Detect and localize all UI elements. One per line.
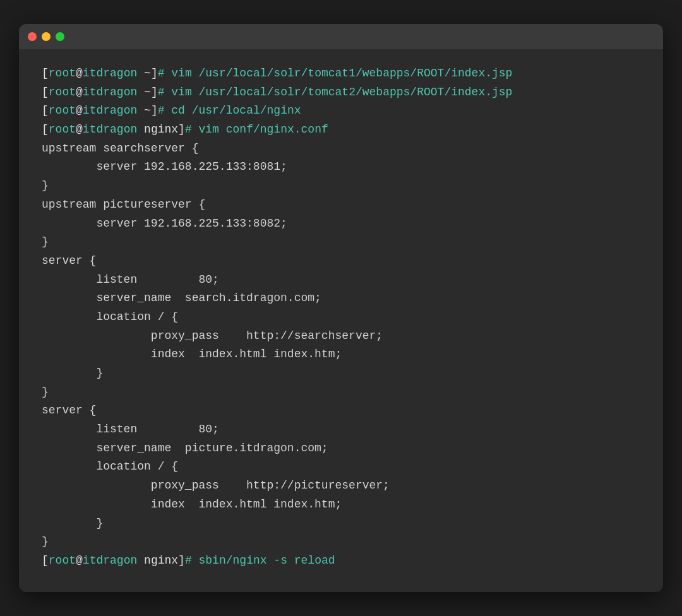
output-text: server { bbox=[42, 254, 96, 267]
terminal-body: [root@itdragon ~]# vim /usr/local/solr/t… bbox=[19, 49, 663, 586]
prompt-host: itdragon bbox=[83, 104, 137, 117]
terminal-line: upstream searchserver { bbox=[42, 139, 640, 158]
prompt-bracket: [ bbox=[42, 67, 49, 80]
terminal-line: } bbox=[42, 233, 640, 252]
command-text: vim conf/nginx.conf bbox=[199, 123, 328, 136]
prompt-user: root bbox=[49, 104, 76, 117]
terminal-line: [root@itdragon nginx]# sbin/nginx -s rel… bbox=[42, 552, 640, 571]
terminal-line: index index.html index.htm; bbox=[42, 345, 640, 364]
prompt-at: @ bbox=[76, 123, 83, 136]
output-text: } bbox=[42, 179, 49, 192]
prompt-close: ] bbox=[178, 554, 185, 567]
prompt-at: @ bbox=[76, 554, 83, 567]
output-text: server 192.168.225.133:8081; bbox=[42, 160, 287, 173]
prompt-user: root bbox=[49, 554, 76, 567]
terminal-line: server 192.168.225.133:8082; bbox=[42, 215, 640, 234]
prompt-close: ] bbox=[151, 67, 158, 80]
prompt-hash: # bbox=[158, 86, 172, 98]
prompt-bracket: [ bbox=[42, 123, 49, 136]
output-text: proxy_pass http://searchserver; bbox=[42, 329, 383, 342]
prompt-dir: ~ bbox=[144, 86, 151, 98]
prompt-hash: # bbox=[158, 67, 172, 80]
close-button[interactable] bbox=[28, 32, 37, 41]
maximize-button[interactable] bbox=[56, 32, 64, 41]
prompt-space bbox=[137, 104, 144, 117]
terminal-line: listen 80; bbox=[42, 271, 640, 290]
prompt-host: itdragon bbox=[83, 554, 137, 567]
minimize-button[interactable] bbox=[42, 32, 51, 41]
output-text: upstream pictureserver { bbox=[42, 198, 205, 211]
prompt-user: root bbox=[49, 86, 76, 98]
terminal-line: } bbox=[42, 364, 640, 383]
output-text: server_name search.itdragon.com; bbox=[42, 292, 321, 304]
output-text: } bbox=[42, 517, 103, 530]
output-text: server 192.168.225.133:8082; bbox=[42, 217, 287, 230]
terminal-line: location / { bbox=[42, 308, 640, 327]
prompt-user: root bbox=[49, 123, 76, 136]
terminal-line: server { bbox=[42, 252, 640, 271]
output-text: listen 80; bbox=[42, 423, 219, 435]
terminal-line: } bbox=[42, 533, 640, 552]
prompt-dir: ~ bbox=[144, 67, 151, 80]
terminal-line: [root@itdragon ~]# cd /usr/local/nginx bbox=[42, 102, 640, 121]
terminal-line: [root@itdragon nginx]# vim conf/nginx.co… bbox=[42, 121, 640, 139]
output-text: } bbox=[42, 386, 49, 398]
terminal-line: server { bbox=[42, 401, 640, 420]
prompt-hash: # bbox=[185, 123, 199, 136]
output-text: listen 80; bbox=[42, 273, 219, 286]
output-text: index index.html index.htm; bbox=[42, 348, 342, 360]
prompt-bracket: [ bbox=[42, 86, 49, 98]
terminal-line: } bbox=[42, 383, 640, 402]
output-text: } bbox=[42, 367, 103, 379]
prompt-dir: nginx bbox=[144, 554, 178, 567]
terminal-line: proxy_pass http://searchserver; bbox=[42, 327, 640, 346]
terminal-line: index index.html index.htm; bbox=[42, 495, 640, 514]
prompt-dir: nginx bbox=[144, 123, 178, 136]
prompt-dir: ~ bbox=[144, 104, 151, 117]
terminal-line: listen 80; bbox=[42, 420, 640, 439]
prompt-user: root bbox=[49, 67, 76, 80]
terminal-line: [root@itdragon ~]# vim /usr/local/solr/t… bbox=[42, 83, 640, 102]
output-text: proxy_pass http://pictureserver; bbox=[42, 479, 390, 492]
output-text: index index.html index.htm; bbox=[42, 498, 342, 511]
terminal-line: server_name picture.itdragon.com; bbox=[42, 439, 640, 458]
terminal-line: location / { bbox=[42, 458, 640, 477]
command-text: sbin/nginx -s reload bbox=[199, 554, 335, 567]
prompt-at: @ bbox=[76, 104, 83, 117]
prompt-host: itdragon bbox=[83, 86, 137, 98]
command-text: vim /usr/local/solr/tomcat2/webapps/ROOT… bbox=[171, 86, 512, 98]
command-text: cd /usr/local/nginx bbox=[171, 104, 301, 117]
output-text: } bbox=[42, 235, 49, 248]
prompt-close: ] bbox=[151, 86, 158, 98]
prompt-space bbox=[137, 123, 144, 136]
prompt-close: ] bbox=[178, 123, 185, 136]
terminal-line: proxy_pass http://pictureserver; bbox=[42, 477, 640, 495]
prompt-space bbox=[137, 86, 144, 98]
prompt-host: itdragon bbox=[83, 123, 137, 136]
output-text: server { bbox=[42, 404, 96, 417]
output-text: upstream searchserver { bbox=[42, 142, 198, 155]
terminal-line: server 192.168.225.133:8081; bbox=[42, 158, 640, 177]
output-text: location / { bbox=[42, 460, 178, 473]
prompt-hash: # bbox=[158, 104, 172, 117]
terminal-line: } bbox=[42, 177, 640, 196]
prompt-bracket: [ bbox=[42, 554, 49, 567]
prompt-host: itdragon bbox=[83, 67, 137, 80]
prompt-close: ] bbox=[151, 104, 158, 117]
terminal-window: [root@itdragon ~]# vim /usr/local/solr/t… bbox=[19, 24, 663, 592]
terminal-line: server_name search.itdragon.com; bbox=[42, 289, 640, 308]
title-bar bbox=[19, 24, 663, 49]
output-text: } bbox=[42, 535, 49, 548]
terminal-line: upstream pictureserver { bbox=[42, 196, 640, 215]
output-text: location / { bbox=[42, 311, 178, 323]
prompt-space bbox=[137, 554, 144, 567]
prompt-bracket: [ bbox=[42, 104, 49, 117]
prompt-at: @ bbox=[76, 86, 83, 98]
prompt-at: @ bbox=[76, 67, 83, 80]
prompt-space bbox=[137, 67, 144, 80]
prompt-hash: # bbox=[185, 554, 199, 567]
command-text: vim /usr/local/solr/tomcat1/webapps/ROOT… bbox=[171, 67, 512, 80]
terminal-line: } bbox=[42, 514, 640, 533]
terminal-line: [root@itdragon ~]# vim /usr/local/solr/t… bbox=[42, 64, 640, 83]
output-text: server_name picture.itdragon.com; bbox=[42, 442, 328, 454]
